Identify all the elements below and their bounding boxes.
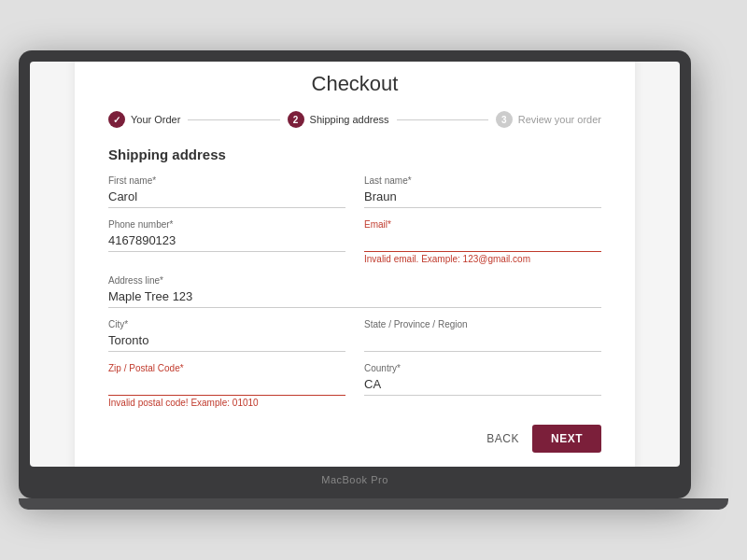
next-button[interactable]: NEXT: [532, 425, 601, 453]
address-label: Address line*: [108, 275, 601, 286]
address-input[interactable]: [108, 287, 601, 308]
checkmark-icon: ✓: [113, 115, 120, 125]
first-name-input[interactable]: [108, 188, 345, 208]
form-group-first-name: First name*: [108, 175, 345, 208]
laptop-shell: Checkout ✓ Your Order 2 Shipping: [19, 50, 728, 510]
zip-error: Invalid postal code! Example: 01010: [108, 398, 345, 408]
form-group-email: Email* Invalid email. Example: 123@gmail…: [364, 219, 601, 264]
email-input[interactable]: [364, 231, 601, 252]
step-line-1: [188, 119, 279, 120]
form-group-zip: Zip / Postal Code* Invalid postal code! …: [108, 363, 345, 408]
zip-label: Zip / Postal Code*: [108, 363, 345, 373]
step-your-order: ✓ Your Order: [108, 111, 180, 128]
city-label: City*: [108, 319, 345, 329]
laptop-screen: Checkout ✓ Your Order 2 Shipping: [30, 62, 680, 467]
form-group-country: Country*: [364, 363, 601, 408]
step-label-1: Your Order: [131, 114, 180, 125]
step-num-3: 3: [501, 115, 507, 125]
last-name-label: Last name*: [364, 175, 601, 186]
country-label: Country*: [364, 363, 601, 373]
section-title: Shipping address: [108, 147, 601, 162]
back-button[interactable]: BACK: [486, 432, 519, 445]
city-input[interactable]: [108, 331, 345, 352]
step-circle-1: ✓: [108, 111, 125, 128]
step-review: 3 Review your order: [496, 111, 601, 128]
country-input[interactable]: [364, 375, 601, 396]
progress-steps: ✓ Your Order 2 Shipping address: [108, 111, 601, 128]
step-label-2: Shipping address: [310, 114, 389, 125]
state-label: State / Province / Region: [364, 319, 601, 329]
laptop-base: [19, 498, 728, 510]
step-line-2: [397, 119, 488, 120]
last-name-input[interactable]: [364, 188, 601, 208]
page-title: Checkout: [108, 72, 601, 96]
zip-input[interactable]: [108, 375, 345, 396]
email-label: Email*: [364, 219, 601, 230]
step-label-3: Review your order: [518, 114, 601, 125]
first-name-label: First name*: [108, 175, 345, 186]
form-group-address: Address line*: [108, 275, 601, 308]
phone-label: Phone number*: [108, 219, 345, 230]
state-input[interactable]: [364, 331, 601, 352]
laptop-chin: MacBook Pro: [30, 467, 680, 493]
brand-label: MacBook Pro: [321, 474, 388, 485]
phone-input[interactable]: [108, 231, 345, 252]
email-error: Invalid email. Example: 123@gmail.com: [364, 254, 601, 264]
form-row-zip-country: Zip / Postal Code* Invalid postal code! …: [108, 363, 601, 408]
form-group-phone: Phone number*: [108, 219, 345, 264]
button-row: BACK NEXT: [108, 425, 601, 453]
form-row-name: First name* Last name*: [108, 175, 601, 208]
laptop-outer: Checkout ✓ Your Order 2 Shipping: [19, 50, 691, 498]
form-group-city: City*: [108, 319, 345, 352]
form-row-address: Address line*: [108, 275, 601, 308]
checkout-card: Checkout ✓ Your Order 2 Shipping: [75, 62, 635, 467]
step-circle-2: 2: [288, 111, 304, 128]
step-circle-3: 3: [496, 111, 513, 128]
form-group-state: State / Province / Region: [364, 319, 601, 352]
form-row-city-state: City* State / Province / Region: [108, 319, 601, 352]
step-shipping: 2 Shipping address: [288, 111, 389, 128]
step-num-2: 2: [293, 115, 299, 125]
form-group-last-name: Last name*: [364, 175, 601, 208]
form-row-phone-email: Phone number* Email* Invalid email. Exam…: [108, 219, 601, 264]
